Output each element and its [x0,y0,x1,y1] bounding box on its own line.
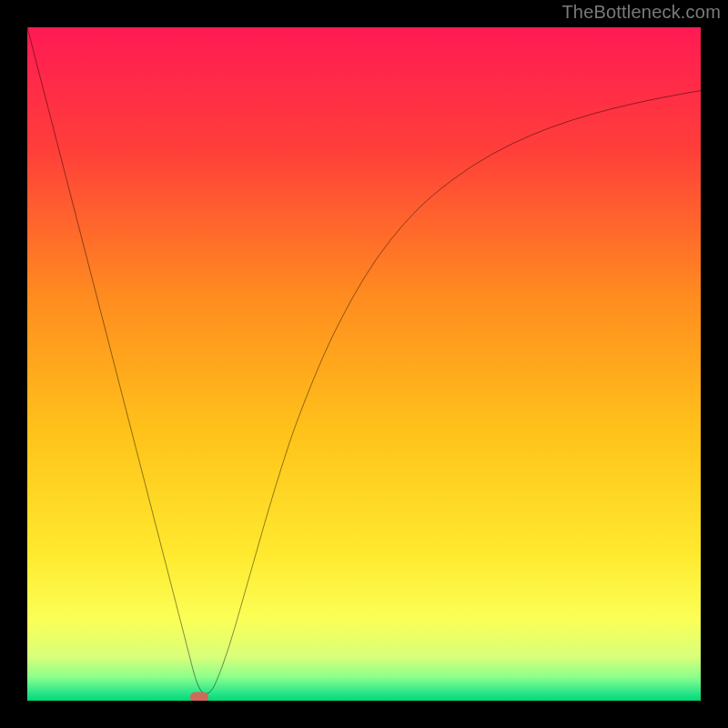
chart-container: TheBottleneck.com [0,0,728,728]
plot-area [27,27,701,701]
bottleneck-curve [27,27,701,701]
min-point-marker [190,693,208,701]
watermark-text: TheBottleneck.com [561,2,721,23]
